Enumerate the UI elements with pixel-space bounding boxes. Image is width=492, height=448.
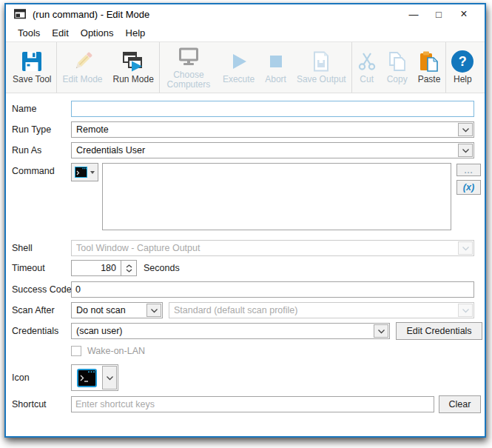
minimize-button[interactable]: — (402, 4, 425, 24)
toolbar-button-label: Save Tool (13, 75, 51, 84)
chevron-down-icon (458, 241, 473, 255)
run-type-value: Remote (72, 122, 457, 137)
toolbar-button-label: Paste (418, 75, 441, 84)
credentials-select[interactable]: (scan user) (71, 323, 390, 339)
stop-icon (269, 50, 283, 73)
name-label: Name (12, 104, 36, 114)
chevron-down-icon[interactable] (102, 366, 117, 390)
chevron-down-icon[interactable] (146, 304, 161, 317)
run-type-label: Run Type (12, 124, 51, 135)
name-input[interactable] (71, 101, 474, 117)
chevron-down-icon[interactable] (374, 324, 388, 338)
menu-bar: Tools Edit Options Help (6, 24, 485, 42)
toolbar-button-label: Save Output (297, 75, 346, 84)
app-window-icon (14, 9, 26, 19)
toolbar-button-edit-mode: Edit Mode (57, 42, 107, 93)
window-title: (run command) - Edit Mode (33, 9, 149, 20)
close-button[interactable]: × (452, 4, 476, 24)
shell-label: Shell (12, 243, 33, 253)
maximize-button[interactable]: □ (427, 4, 451, 24)
command-textarea[interactable] (102, 163, 451, 230)
toolbar-button-label: Execute (223, 75, 255, 84)
timeout-spinner[interactable] (121, 260, 137, 276)
toolbar-button-help[interactable]: ? Help (446, 42, 479, 93)
tool-edit-form: Name Run Type Remote Run As Credentials … (6, 93, 485, 435)
timeout-label: Timeout (12, 263, 45, 273)
run-as-value: Credentials User (72, 143, 457, 158)
shell-value: Tool Window - Capture Output (72, 241, 457, 255)
run-type-select[interactable]: Remote (71, 121, 474, 138)
shortcut-label: Shortcut (12, 399, 47, 409)
command-label: Command (12, 166, 55, 176)
terminal-icon (75, 167, 87, 178)
toolbar-button-label: Copy (387, 75, 408, 84)
credentials-label: Credentials (12, 326, 58, 336)
toolbar-button-label: Cut (360, 75, 374, 84)
edit-credentials-button[interactable]: Edit Credentials (396, 322, 482, 340)
chevron-down-icon[interactable] (458, 144, 473, 157)
toolbar-button-cut: Cut (352, 42, 382, 93)
timeout-unit-label: Seconds (144, 263, 180, 273)
toolbar-button-label: Edit Mode (62, 75, 102, 84)
toolbar-button-label: Choose Computers (165, 70, 212, 90)
clear-shortcut-button[interactable]: Clear (439, 395, 481, 413)
command-type-split-button[interactable] (71, 163, 98, 181)
chevron-down-icon (458, 304, 473, 317)
icon-label: Icon (12, 372, 30, 383)
toolbar-button-label: Abort (265, 75, 286, 84)
credentials-value: (scan user) (72, 324, 373, 338)
toolbar-button-run-mode[interactable]: Run Mode (108, 42, 159, 93)
clipboard-icon (419, 50, 439, 73)
spinner-up-icon (126, 264, 132, 268)
toolbar-button-save-output: Save Output (292, 42, 351, 93)
success-codes-label: Success Codes (12, 284, 76, 295)
insert-variable-button[interactable]: (x) (456, 180, 481, 195)
scan-after-select[interactable]: Do not scan (71, 302, 163, 318)
success-codes-input[interactable] (71, 281, 474, 298)
run-as-label: Run As (12, 145, 41, 156)
question-icon: ? (451, 50, 474, 73)
toolbar-button-abort: Abort (260, 42, 292, 93)
run-as-select[interactable]: Credentials User (71, 142, 474, 158)
menu-options[interactable]: Options (75, 26, 120, 40)
timeout-input[interactable] (71, 260, 121, 276)
chevron-down-icon[interactable] (458, 123, 473, 136)
copy-pages-icon (388, 50, 407, 73)
title-bar: (run command) - Edit Mode — □ × (6, 4, 485, 24)
scan-profile-select: Standard (default scan profile) (169, 302, 474, 318)
menu-tools[interactable]: Tools (12, 26, 46, 40)
play-icon (230, 50, 248, 73)
toolbar-button-copy: Copy (382, 42, 413, 93)
scan-after-label: Scan After (12, 305, 55, 315)
floppy-disk-icon (21, 50, 42, 73)
toolbar-button-execute: Execute (218, 42, 260, 93)
save-file-icon (311, 50, 331, 73)
run-windows-icon (122, 50, 144, 73)
dropdown-arrow-icon (90, 171, 95, 174)
scissors-icon (357, 50, 377, 73)
toolbar-button-label: Help (454, 75, 472, 84)
terminal-icon (72, 365, 101, 390)
pencil-icon (73, 50, 93, 73)
browse-command-button[interactable]: ... (456, 164, 481, 176)
toolbar-button-save-tool[interactable]: Save Tool (7, 42, 56, 93)
app-window: (run command) - Edit Mode — □ × Tools Ed… (4, 3, 486, 438)
monitor-icon (178, 45, 200, 69)
toolbar-button-label: Run Mode (113, 75, 154, 84)
shortcut-input[interactable] (71, 396, 434, 412)
scan-after-value: Do not scan (72, 303, 146, 318)
toolbar-button-choose-computers: Choose Computers (160, 42, 218, 93)
toolbar-button-paste[interactable]: Paste (413, 42, 446, 93)
wake-on-lan-label: Wake-on-LAN (87, 346, 145, 356)
spinner-down-icon (126, 269, 132, 273)
shell-select: Tool Window - Capture Output (71, 240, 474, 256)
wake-on-lan-checkbox[interactable] (71, 346, 81, 356)
menu-help[interactable]: Help (120, 26, 152, 40)
scan-profile-value: Standard (default scan profile) (169, 303, 457, 318)
toolbar: Save Tool Edit Mode (6, 42, 485, 93)
menu-edit[interactable]: Edit (46, 26, 74, 40)
icon-select[interactable] (71, 364, 118, 391)
